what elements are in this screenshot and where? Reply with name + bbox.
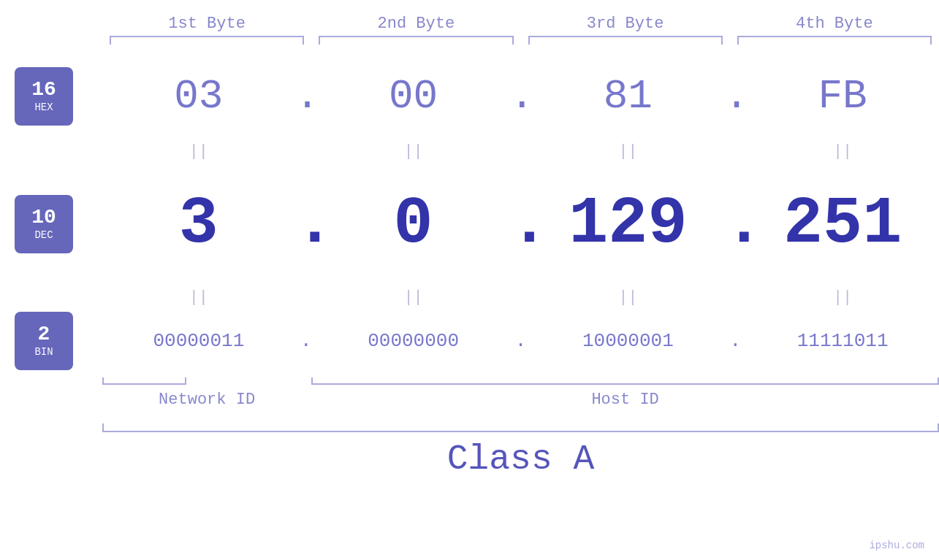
bin-dot1: . (295, 330, 317, 352)
eq-hex-dec-1: || (102, 142, 295, 161)
byte4-top-bracket (737, 36, 932, 49)
dec-byte2: 0 (317, 187, 510, 261)
eq-dec-bin-1: || (102, 288, 295, 307)
bin-dot3: . (724, 330, 746, 352)
bin-byte1: 00000011 (102, 330, 295, 352)
bin-byte3: 10000001 (532, 330, 725, 352)
hex-byte4: FB (746, 73, 939, 120)
dec-byte1: 3 (102, 187, 295, 261)
hex-dot3: . (724, 73, 746, 120)
byte3-top-bracket (528, 36, 723, 49)
dec-byte3: 129 (532, 187, 725, 261)
eq-row-hex-dec: || || || || (102, 137, 939, 166)
hex-byte1: 03 (102, 73, 295, 120)
hex-badge: 16 HEX (15, 67, 73, 126)
eq-row-dec-bin: || || || || (102, 283, 939, 312)
bin-badge-block: 2 BIN (15, 312, 102, 370)
bottom-brackets (102, 373, 939, 385)
eq-dec-bin-2: || (317, 288, 510, 307)
bin-dot2: . (510, 330, 532, 352)
watermark: ipshu.com (869, 540, 924, 551)
class-label: Class A (102, 440, 939, 479)
dec-badge-num: 10 (31, 207, 56, 229)
host-id-bracket (311, 373, 939, 385)
dec-badge: 10 DEC (15, 195, 73, 253)
right-section: 03 . 00 . 81 . FB || || || || 3 . (102, 56, 939, 479)
dec-badge-label: DEC (34, 229, 53, 242)
hex-badge-block: 16 HEX (15, 56, 102, 137)
hex-byte2: 00 (317, 73, 510, 120)
byte2-top-bracket (319, 36, 513, 49)
byte4-header: 4th Byte (730, 15, 939, 33)
bin-badge-num: 2 (38, 323, 50, 346)
main-container: 1st Byte 2nd Byte 3rd Byte 4th Byte 16 H… (0, 0, 939, 560)
id-labels: Network ID Host ID (102, 391, 939, 409)
bin-badge-label: BIN (34, 346, 53, 358)
dec-row: 3 . 0 . 129 . 251 (102, 166, 939, 283)
network-id-label: Network ID (102, 391, 311, 409)
bin-row: 00000011 . 00000000 . 10000001 . 1111101… (102, 312, 939, 370)
byte2-header: 2nd Byte (311, 15, 520, 33)
rows-wrapper: 16 HEX 10 DEC 2 BIN (0, 56, 939, 479)
bin-byte4: 11111011 (746, 330, 939, 352)
dec-dot2: . (510, 187, 532, 261)
bin-badge: 2 BIN (15, 312, 73, 370)
byte1-top-bracket (110, 36, 304, 49)
byte3-header: 3rd Byte (521, 15, 730, 33)
class-bracket (102, 418, 939, 432)
dec-badge-block: 10 DEC (15, 166, 102, 283)
class-a-text: Class A (447, 440, 595, 479)
hex-dot2: . (510, 73, 532, 120)
dec-byte4: 251 (746, 187, 939, 261)
byte1-header: 1st Byte (102, 15, 311, 33)
eq-hex-dec-2: || (317, 142, 510, 161)
hex-row: 03 . 00 . 81 . FB (102, 56, 939, 137)
dec-dot1: . (295, 187, 317, 261)
dec-dot3: . (724, 187, 746, 261)
eq-dec-bin-3: || (532, 288, 725, 307)
hex-dot1: . (295, 73, 317, 120)
hex-badge-label: HEX (34, 101, 53, 114)
eq-hex-dec-3: || (532, 142, 725, 161)
eq-hex-dec-4: || (746, 142, 939, 161)
badge-column: 16 HEX 10 DEC 2 BIN (0, 56, 102, 479)
bin-byte2: 00000000 (317, 330, 510, 352)
host-id-label: Host ID (311, 391, 939, 409)
eq-dec-bin-4: || (746, 288, 939, 307)
hex-byte3: 81 (532, 73, 725, 120)
hex-badge-num: 16 (31, 79, 56, 101)
network-id-bracket (102, 373, 311, 385)
